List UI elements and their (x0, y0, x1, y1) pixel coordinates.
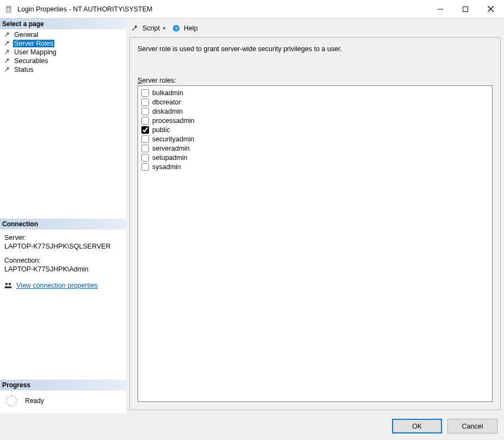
help-icon: ? (172, 24, 181, 33)
connection-info: Server: LAPTOP-K77SJHPK\SQLSERVER Connec… (0, 230, 126, 277)
role-checkbox[interactable] (141, 154, 149, 162)
dialog-footer: OK Cancel (0, 413, 504, 440)
page-label: Server Roles (13, 40, 54, 47)
role-checkbox[interactable] (141, 108, 149, 115)
people-icon (3, 281, 13, 290)
sidebar-page-item[interactable]: General (0, 30, 126, 39)
role-item[interactable]: serveradmin (141, 144, 489, 153)
role-item[interactable]: public (141, 125, 489, 134)
svg-point-8 (9, 283, 11, 285)
view-connection-properties-link[interactable]: View connection properties (16, 282, 98, 289)
role-checkbox[interactable] (141, 98, 149, 106)
ok-button[interactable]: OK (392, 419, 442, 433)
server-roles-label: Server roles: (138, 77, 493, 84)
role-label: dbcreator (152, 98, 181, 106)
role-label: setupadmin (152, 154, 188, 162)
role-checkbox[interactable] (141, 163, 149, 171)
role-checkbox[interactable] (141, 126, 149, 134)
app-icon (4, 5, 13, 14)
sidebar-page-item[interactable]: Status (0, 65, 126, 74)
progress-spinner-icon (5, 395, 17, 407)
content-area: Script ▼ ? Help Server role is used to g… (126, 18, 504, 413)
role-label: public (152, 126, 170, 134)
help-button[interactable]: Help (184, 24, 198, 32)
page-label: Securables (13, 57, 49, 65)
minimize-button[interactable] (428, 1, 453, 17)
page-label: User Mapping (13, 48, 58, 56)
role-label: diskadmin (152, 108, 183, 115)
server-roles-list[interactable]: bulkadmindbcreatordiskadminprocessadminp… (138, 85, 493, 402)
page-label: General (13, 31, 39, 39)
select-page-header: Select a page (0, 18, 126, 29)
connection-header: Connection (0, 219, 126, 230)
maximize-button[interactable] (453, 1, 478, 17)
role-item[interactable]: securityadmin (141, 134, 489, 144)
titlebar: Login Properties - NT AUTHORITY\SYSTEM (0, 0, 504, 18)
wrench-icon (130, 24, 139, 33)
wrench-icon (3, 31, 11, 39)
svg-rect-2 (7, 8, 11, 12)
wrench-icon (3, 66, 11, 73)
page-list: GeneralServer RolesUser MappingSecurable… (0, 29, 126, 75)
panel-description: Server role is used to grant server-wide… (138, 45, 493, 53)
window-title: Login Properties - NT AUTHORITY\SYSTEM (17, 5, 428, 13)
role-label: securityadmin (152, 135, 194, 143)
wrench-icon (3, 57, 11, 65)
close-button[interactable] (478, 1, 503, 17)
wrench-icon (3, 40, 11, 47)
role-item[interactable]: diskadmin (141, 107, 489, 116)
sidebar-page-item[interactable]: Securables (0, 57, 126, 65)
sidebar: Select a page GeneralServer RolesUser Ma… (0, 18, 126, 413)
wrench-icon (3, 48, 11, 56)
role-checkbox[interactable] (141, 89, 149, 97)
role-checkbox[interactable] (141, 135, 149, 143)
role-checkbox[interactable] (141, 145, 149, 152)
svg-rect-4 (463, 7, 468, 11)
script-dropdown-icon[interactable]: ▼ (162, 26, 166, 31)
role-label: bulkadmin (152, 89, 183, 97)
content-toolbar: Script ▼ ? Help (129, 22, 501, 37)
progress-status: Ready (25, 397, 44, 405)
script-button[interactable]: Script (142, 24, 160, 32)
progress-block: Ready (0, 391, 126, 413)
main-panel: Server role is used to grant server-wide… (129, 37, 501, 410)
role-item[interactable]: sysadmin (141, 162, 489, 171)
progress-header: Progress (0, 380, 126, 391)
svg-text:?: ? (175, 26, 178, 32)
cancel-button[interactable]: Cancel (447, 419, 497, 433)
role-item[interactable]: dbcreator (141, 97, 489, 107)
connection-value: LAPTOP-K77SJHPK\Admin (4, 265, 123, 273)
role-item[interactable]: processadmin (141, 116, 489, 125)
role-item[interactable]: setupadmin (141, 153, 489, 162)
server-value: LAPTOP-K77SJHPK\SQLSERVER (4, 243, 123, 250)
role-checkbox[interactable] (141, 117, 149, 125)
role-label: processadmin (152, 117, 195, 125)
role-label: sysadmin (152, 163, 181, 171)
svg-point-7 (5, 283, 8, 285)
role-label: serveradmin (152, 145, 190, 152)
sidebar-page-item[interactable]: User Mapping (0, 48, 126, 57)
svg-rect-1 (7, 6, 11, 7)
connection-label: Connection: (4, 257, 123, 264)
sidebar-page-item[interactable]: Server Roles (0, 39, 126, 48)
server-label: Server: (4, 234, 123, 241)
page-label: Status (13, 66, 34, 73)
role-item[interactable]: bulkadmin (141, 88, 489, 97)
